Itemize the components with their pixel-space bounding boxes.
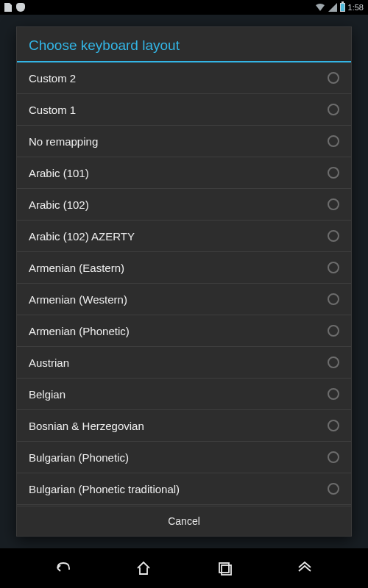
recents-button[interactable] (207, 551, 242, 586)
signal-icon (328, 3, 337, 12)
cancel-button[interactable]: Cancel (17, 506, 351, 536)
back-button[interactable] (46, 551, 81, 586)
sdcard-icon (4, 3, 12, 12)
radio-icon (328, 135, 339, 147)
layout-label: Austrian (29, 356, 69, 369)
layout-label: Bosnian & Herzegovian (29, 420, 144, 432)
menu-button[interactable] (287, 551, 322, 586)
radio-icon (328, 293, 339, 305)
layout-option[interactable]: Bulgarian (Phonetic traditional) (17, 473, 351, 505)
layout-label: Custom 1 (29, 104, 76, 116)
layout-label: Belgian (29, 388, 66, 401)
keyboard-layout-dialog: Choose keyboard layout Custom 2 Custom 1… (16, 26, 352, 537)
svg-rect-0 (219, 563, 229, 573)
status-left (4, 3, 25, 12)
home-button[interactable] (126, 551, 161, 586)
layout-label: Bulgarian (Phonetic traditional) (29, 483, 180, 495)
layout-label: Arabic (102) AZERTY (29, 230, 135, 243)
layout-option[interactable]: Arabic (101) (17, 157, 351, 189)
usb-debug-icon (16, 3, 25, 12)
layout-label: No remapping (29, 135, 98, 148)
layout-label: Armenian (Western) (29, 293, 127, 306)
layout-option[interactable]: Armenian (Eastern) (17, 252, 351, 284)
dialog-title: Choose keyboard layout (17, 27, 351, 62)
layout-option[interactable]: Bosnian & Herzegovian (17, 410, 351, 442)
layout-option[interactable]: Arabic (102) (17, 189, 351, 220)
wifi-icon (315, 3, 325, 12)
radio-icon (328, 388, 339, 400)
layout-label: Bulgarian (Phonetic) (29, 451, 129, 464)
radio-icon (328, 420, 339, 431)
layout-option[interactable]: Belgian (17, 379, 351, 410)
radio-icon (328, 230, 339, 242)
chevron-up-icon (294, 558, 315, 578)
recents-icon (214, 558, 235, 578)
status-right: 1:58 (315, 3, 364, 12)
layout-option[interactable]: Austrian (17, 347, 351, 379)
navigation-bar (0, 548, 368, 588)
layout-label: Armenian (Phonetic) (29, 325, 130, 337)
radio-icon (328, 483, 339, 495)
svg-rect-1 (222, 565, 231, 575)
radio-icon (328, 451, 339, 463)
status-bar: 1:58 (0, 0, 368, 15)
layout-label: Arabic (101) (29, 167, 89, 179)
battery-icon (340, 3, 345, 12)
layout-option[interactable]: Custom 1 (17, 94, 351, 126)
layout-label: Armenian (Eastern) (29, 262, 124, 274)
radio-icon (328, 167, 339, 179)
radio-icon (328, 325, 339, 337)
layout-list[interactable]: Custom 2 Custom 1 No remapping Arabic (1… (17, 62, 351, 506)
layout-option[interactable]: Custom 2 (17, 62, 351, 94)
radio-icon (328, 104, 339, 115)
back-icon (53, 558, 74, 578)
home-icon (133, 558, 154, 578)
layout-option[interactable]: Armenian (Phonetic) (17, 315, 351, 347)
layout-label: Custom 2 (29, 72, 76, 85)
radio-icon (328, 72, 339, 84)
layout-option[interactable]: Arabic (102) AZERTY (17, 220, 351, 252)
layout-option[interactable]: Armenian (Western) (17, 284, 351, 315)
radio-icon (328, 262, 339, 273)
layout-label: Arabic (102) (29, 198, 89, 211)
layout-option[interactable]: Bulgarian (Phonetic) (17, 442, 351, 473)
layout-option[interactable]: No remapping (17, 126, 351, 157)
radio-icon (328, 356, 339, 368)
clock: 1:58 (348, 3, 364, 12)
radio-icon (328, 198, 339, 210)
